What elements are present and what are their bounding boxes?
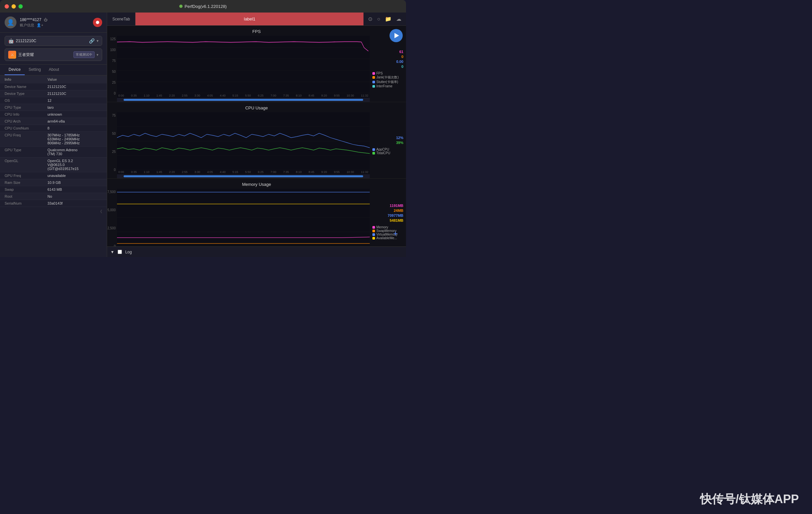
memory-chart-area-wrap: 0:000:351:101:452:202:553:304:054:405:15… xyxy=(117,189,370,246)
info-row-value: unknown xyxy=(48,112,102,116)
virtual-legend-dot xyxy=(372,233,375,236)
info-row: CPU Archarm64-v8a xyxy=(0,118,107,125)
tab-setting[interactable]: Setting xyxy=(25,65,45,75)
info-row-value: 12 xyxy=(48,98,102,102)
app-selector[interactable]: ⚔ 王者荣耀 常规测试中 ▾ xyxy=(5,49,102,61)
info-row: CPU CoreNum8 xyxy=(0,125,107,132)
interframe-value: 0 xyxy=(372,65,403,68)
info-row: CPU Typetaro xyxy=(0,104,107,111)
cpu-chart-title: CPU Usage xyxy=(107,105,406,110)
memory-chart-section: Memory Usage 7,500 5,000 2,500 0 xyxy=(107,179,406,246)
title-bar: PerfDog(v6.1.220128) xyxy=(0,0,406,12)
fps-chart-section: FPS 125 100 75 50 25 0 xyxy=(107,26,406,102)
info-row: SerialNum33a0143f xyxy=(0,200,107,207)
log-checkbox[interactable] xyxy=(118,250,122,254)
comment-icon[interactable]: ○ xyxy=(377,16,380,22)
available-value: 5481MB xyxy=(372,218,403,222)
cpu-scrollbar-thumb[interactable] xyxy=(123,175,363,177)
fps-scrollbar-thumb[interactable] xyxy=(123,99,363,101)
memory-legend: 1191MB 24MB 70977MB 5481MB Memory SwapMe xyxy=(370,189,406,246)
swap-value: 24MB xyxy=(372,209,403,213)
info-row-label: CPU Type xyxy=(5,105,48,110)
info-row-value: arm64-v8a xyxy=(48,119,102,123)
add-account-icon[interactable]: 👤+ xyxy=(36,23,43,27)
collapse-button[interactable]: 《 xyxy=(0,207,107,216)
avatar-icon: 👤 xyxy=(7,19,14,26)
cpu-y-axis: 75 50 25 0 xyxy=(107,112,117,178)
avatar: 👤 xyxy=(5,17,17,28)
info-row-value: 6143 MB xyxy=(48,187,102,191)
fps-chart-area xyxy=(117,36,370,93)
toolbar-icons: ⊙ ○ 📁 ☁ xyxy=(364,16,406,22)
scene-tab[interactable]: SceneTab xyxy=(107,12,136,25)
fps-chart-svg xyxy=(117,36,370,93)
cpu-legend-items: AppCPU TotalCPU xyxy=(372,148,403,155)
tab-about[interactable]: About xyxy=(45,65,63,75)
jank-value: 0 xyxy=(372,55,403,59)
user-phone-icon: ⏻ xyxy=(44,18,48,22)
device-selector[interactable]: 🤖 21121210C 🔗 ▾ xyxy=(5,36,102,46)
memory-chart-area xyxy=(117,189,370,246)
chevron-down-icon[interactable]: ▾ xyxy=(96,38,98,43)
memory-y-axis: 7,500 5,000 2,500 0 xyxy=(107,189,117,246)
label-bar[interactable]: label1 xyxy=(136,12,364,25)
app-title: PerfDog(v6.1.220128) xyxy=(184,4,227,9)
record-dot xyxy=(96,21,99,24)
info-row-value: 307MHz - 1785MHz 633MHz - 2496MHz 806MHz… xyxy=(48,133,102,145)
info-row-label: CPU Freq xyxy=(5,133,48,145)
collapse-icon[interactable]: ▼ xyxy=(110,250,114,254)
info-row: Device Name21121210C xyxy=(0,83,107,90)
add-chart-button[interactable]: + xyxy=(391,229,400,238)
folder-icon[interactable]: 📁 xyxy=(385,16,392,22)
totalcpu-value: 39% xyxy=(372,141,403,145)
info-row-value: Qualcomm Adreno (TM) 730 xyxy=(48,148,102,156)
record-button[interactable] xyxy=(93,18,102,27)
maximize-button[interactable] xyxy=(19,4,23,8)
memory-value: 1191MB xyxy=(372,204,403,208)
info-row: RootNo xyxy=(0,193,107,200)
info-row: Ram Size10.9 GB xyxy=(0,179,107,186)
stutter-legend-dot xyxy=(372,81,375,83)
jank-legend-dot xyxy=(372,76,375,79)
play-icon xyxy=(395,33,399,38)
right-panel: SceneTab label1 ⊙ ○ 📁 ☁ FPS 125 100 xyxy=(107,12,406,257)
info-row-value: 21121210C xyxy=(48,92,102,95)
cpu-x-axis: 0:000:351:101:452:202:553:304:054:405:15… xyxy=(117,170,370,174)
info-row-label: OpenGL xyxy=(5,159,48,171)
fps-legend-items: FPS Jank(卡顿次数) Stutter(卡顿率) xyxy=(372,71,403,88)
fps-scrollbar[interactable] xyxy=(117,98,370,102)
info-row-value: OpenGL ES 3.2 V@0615.0 (GIT@d319517e15 xyxy=(48,159,102,171)
info-row-value: 33a0143f xyxy=(48,201,102,205)
interframe-legend-item: InterFrame xyxy=(372,84,403,88)
available-legend-dot xyxy=(372,237,375,240)
chevron-left-icon: 《 xyxy=(98,209,102,214)
log-label: Log xyxy=(125,250,132,254)
cpu-chart-section: CPU Usage 75 50 25 0 xyxy=(107,102,406,179)
cloud-icon[interactable]: ☁ xyxy=(396,16,401,22)
play-button[interactable] xyxy=(389,29,403,42)
location-icon[interactable]: ⊙ xyxy=(368,16,372,22)
fps-value: 61 xyxy=(372,50,403,54)
cpu-legend: 12% 39% AppCPU TotalCPU xyxy=(370,112,406,178)
fps-legend: 61 0 0.00 0 FPS Jank(卡顿次数) xyxy=(370,36,406,102)
link-icon[interactable]: 🔗 xyxy=(89,38,94,43)
memory-legend-dot xyxy=(372,226,375,229)
sidebar: 👤 186****4127 ⏻ 账户信息 👤+ 🤖 21121210C xyxy=(0,12,107,257)
cpu-chart-svg xyxy=(117,112,370,170)
info-row-label: CPU Info xyxy=(5,112,48,116)
close-button[interactable] xyxy=(5,4,9,8)
info-table-header: Info Value xyxy=(0,75,107,83)
header-value: Value xyxy=(48,78,57,81)
tab-device[interactable]: Device xyxy=(5,65,25,75)
cpu-scrollbar[interactable] xyxy=(117,174,370,178)
memory-chart-svg xyxy=(117,189,370,246)
app-arrow-icon[interactable]: ▾ xyxy=(96,53,98,57)
minimize-button[interactable] xyxy=(11,4,16,8)
android-icon: 🤖 xyxy=(8,38,14,43)
info-row-label: Swap xyxy=(5,187,48,191)
info-row: Device Type21121210C xyxy=(0,90,107,97)
memory-legend-item: Memory xyxy=(372,225,403,229)
main-content: 👤 186****4127 ⏻ 账户信息 👤+ 🤖 21121210C xyxy=(0,12,406,257)
info-row-label: Device Type xyxy=(5,92,48,95)
user-section: 👤 186****4127 ⏻ 账户信息 👤+ xyxy=(0,12,107,33)
